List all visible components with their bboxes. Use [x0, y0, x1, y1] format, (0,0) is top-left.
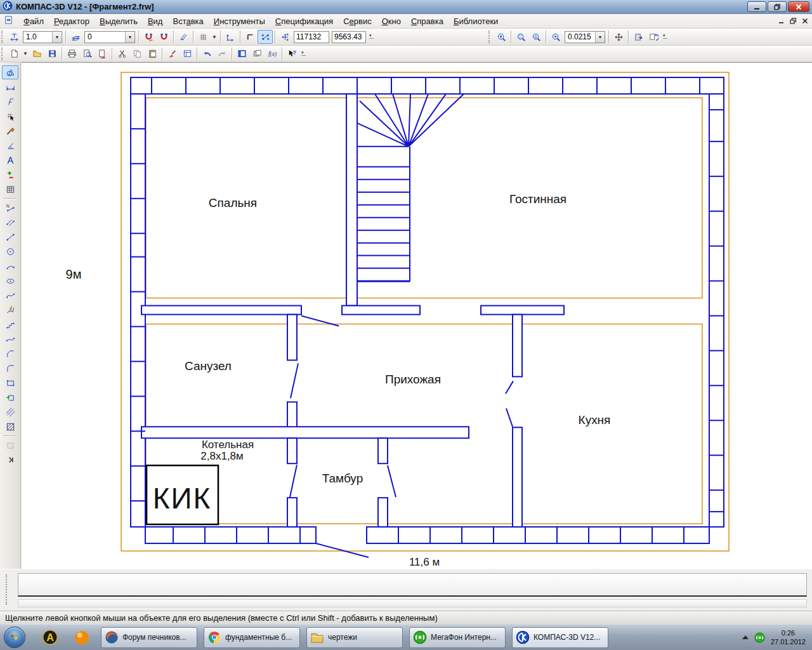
current-layer-combo[interactable]: 0▼ [84, 31, 135, 43]
current-layer-dropdown-icon[interactable]: ▼ [125, 32, 134, 43]
pan-button[interactable] [611, 30, 626, 44]
bezier-button[interactable] [2, 332, 18, 346]
panel-grip[interactable] [6, 574, 8, 605]
chamfer-button[interactable] [2, 347, 18, 361]
cursor-y-field[interactable]: 9563.43 [332, 31, 366, 43]
toolbar-grip[interactable] [1, 30, 5, 43]
plus-minus-button[interactable] [2, 168, 18, 182]
expand-panel-button[interactable] [2, 453, 18, 467]
dimensions-button[interactable] [2, 80, 18, 94]
measure-button[interactable] [2, 138, 18, 152]
save-button[interactable] [44, 47, 60, 61]
menu-item-editor[interactable]: Редактор [49, 15, 95, 28]
menu-item-view[interactable]: Вид [143, 15, 168, 28]
menu-item-select[interactable]: Выделить [95, 15, 143, 28]
ellipse-button[interactable] [2, 274, 18, 288]
rounding-button[interactable] [258, 30, 273, 44]
taskbar-button-форум-печников-[interactable]: Форум печников... [101, 627, 197, 648]
open-button[interactable] [29, 47, 44, 61]
document-scale-dropdown-icon[interactable]: ▼ [52, 32, 62, 43]
arc-button[interactable] [2, 259, 18, 273]
floor-plan[interactable]: Спальня Гостинная Санузел Прихожая Кухня… [22, 63, 812, 569]
local-cs-button[interactable] [223, 30, 238, 44]
menu-item-service[interactable]: Сервис [338, 15, 377, 28]
ortho-button[interactable] [242, 30, 258, 44]
drawing-canvas[interactable]: Спальня Гостинная Санузел Прихожая Кухня… [22, 62, 812, 569]
menu-item-libraries[interactable]: Библиотеки [449, 15, 503, 28]
menu-item-help[interactable]: Справка [406, 15, 449, 28]
rebuild-button[interactable] [631, 30, 646, 44]
zoom-scale-combo[interactable]: 0.0215▼ [565, 31, 605, 43]
hatch-button[interactable] [2, 420, 18, 434]
zoom-in-button[interactable] [548, 30, 563, 44]
document-icon[interactable] [4, 15, 13, 27]
copy-style-button[interactable] [164, 47, 180, 61]
start-button[interactable] [4, 627, 25, 648]
snap-global-button[interactable] [141, 30, 156, 44]
disabled-tool-button[interactable] [2, 438, 18, 452]
mdi-minimize-button[interactable] [778, 17, 785, 26]
toolbar-overflow-chevron[interactable]: ▾— [367, 30, 376, 43]
geometry-button[interactable] [2, 65, 18, 79]
cursor-x-field[interactable]: 117132 [294, 31, 329, 43]
segment-button[interactable] [2, 230, 18, 244]
toolbar-grip[interactable] [488, 30, 492, 43]
copy-button[interactable] [129, 47, 145, 61]
parametrization-button[interactable] [2, 124, 18, 138]
fillet-button[interactable] [2, 361, 18, 375]
snap-local-button[interactable] [156, 30, 171, 44]
toolbar-overflow-chevron[interactable]: ▾— [299, 48, 308, 60]
document-scale-combo[interactable]: 1.0▼ [23, 31, 62, 43]
convert-button[interactable] [95, 47, 110, 61]
restore-button[interactable] [768, 1, 787, 12]
taskbar-button-мегафон-интерн-[interactable]: МегаФон Интерн... [409, 627, 506, 648]
minimize-button[interactable] [747, 1, 766, 12]
print-preview-button[interactable] [79, 47, 95, 61]
taskbar-button-чертежи[interactable]: чертежи [306, 627, 403, 648]
context-help-button[interactable]: ? [284, 47, 299, 61]
aimp-quicklaunch-button[interactable]: A [41, 628, 60, 647]
step-polyline-button[interactable] [2, 317, 18, 331]
spec-manager-button[interactable] [180, 47, 195, 61]
lightning-curve-button[interactable] [2, 303, 18, 317]
fx-button[interactable]: f(x) [265, 47, 280, 61]
nurbs-button[interactable] [2, 288, 18, 302]
print-button[interactable] [64, 47, 79, 61]
menu-item-specification[interactable]: Спецификация [270, 15, 338, 28]
toolbar-overflow-chevron[interactable]: ▾— [661, 30, 669, 43]
undo-button[interactable] [199, 47, 214, 61]
spreadsheet-button[interactable] [2, 182, 18, 196]
menu-item-window[interactable]: Окно [377, 15, 406, 28]
zoom-frame-button[interactable] [513, 30, 528, 44]
property-bar[interactable] [18, 573, 807, 597]
cursor-coords-button[interactable] [277, 30, 292, 44]
collect-contour-button[interactable] [2, 390, 18, 404]
zoom-selection-button[interactable] [494, 30, 509, 44]
cut-button[interactable] [114, 47, 129, 61]
zoom-inout-button[interactable] [528, 30, 544, 44]
grid-button[interactable] [195, 30, 211, 44]
layers-button[interactable] [68, 30, 83, 44]
toolbar-grip[interactable] [1, 48, 5, 60]
doc-scale-button[interactable] [6, 30, 22, 44]
selection-button[interactable] [2, 153, 18, 167]
doc-manager-button[interactable] [234, 47, 249, 61]
mdi-restore-button[interactable] [790, 17, 797, 26]
standard-dropdown-arrow[interactable]: ▼ [22, 47, 29, 61]
tray-clock[interactable]: 0:26 27.01.2012 [771, 628, 806, 646]
menu-item-file[interactable]: Файл [18, 15, 49, 28]
line-n-button[interactable]: N [2, 201, 18, 215]
new-doc-button[interactable] [6, 47, 22, 61]
view-dropdown-arrow[interactable]: ▼ [211, 30, 218, 44]
taskbar-button-фундаментные-б-[interactable]: фундаментные б... [204, 627, 300, 648]
orange-app-quicklaunch-button[interactable] [72, 628, 91, 647]
redo-button[interactable] [214, 47, 230, 61]
refresh-button[interactable] [646, 30, 661, 44]
snap-parallel-button[interactable] [176, 30, 191, 44]
circle-button[interactable] [2, 244, 18, 258]
variables-button[interactable] [249, 47, 265, 61]
taskbar-button-компас-3d-v12-[interactable]: КОМПАС-3D V12... [512, 627, 608, 648]
mdi-close-button[interactable] [802, 17, 808, 26]
zoom-scale-dropdown-icon[interactable]: ▼ [595, 32, 605, 43]
megafon-tray-icon[interactable] [754, 632, 765, 643]
